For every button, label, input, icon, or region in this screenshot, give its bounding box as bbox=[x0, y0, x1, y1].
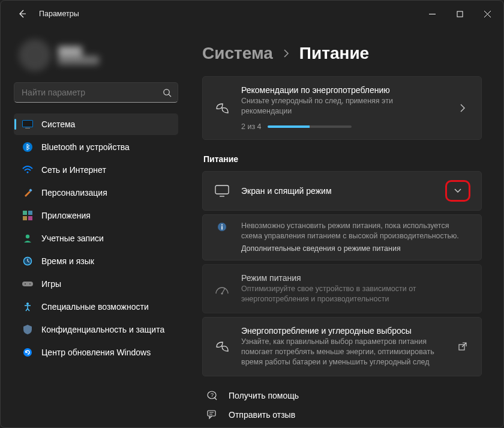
breadcrumb-parent[interactable]: Система bbox=[202, 44, 273, 63]
card-title: Режим питания bbox=[241, 273, 470, 283]
main-content: Система Питание Рекомендации по энергопо… bbox=[187, 27, 503, 427]
titlebar: Параметры bbox=[1, 1, 503, 27]
nav-time-language[interactable]: Время и язык bbox=[14, 250, 178, 272]
svg-rect-13 bbox=[28, 211, 32, 215]
svg-rect-7 bbox=[23, 121, 32, 127]
svg-point-4 bbox=[164, 89, 169, 94]
search-field[interactable] bbox=[22, 88, 163, 97]
update-icon bbox=[22, 347, 33, 358]
svg-point-21 bbox=[25, 283, 26, 285]
svg-text:?: ? bbox=[211, 392, 214, 398]
nav-label: Конфиденциальность и защита bbox=[41, 325, 164, 334]
nav-gaming[interactable]: Игры bbox=[14, 273, 178, 295]
shield-icon bbox=[22, 324, 33, 335]
breadcrumb-current: Питание bbox=[299, 44, 369, 63]
window-buttons bbox=[418, 4, 501, 23]
info-text: Невозможно установить режим питания, пок… bbox=[241, 222, 459, 241]
feedback-icon bbox=[206, 410, 219, 420]
nav-accounts[interactable]: Учетные записи bbox=[14, 228, 178, 249]
nav-label: Приложения bbox=[41, 211, 91, 220]
power-mode-card: Режим питания Оптимизируйте свое устройс… bbox=[202, 264, 482, 313]
svg-rect-1 bbox=[457, 11, 463, 17]
avatar bbox=[19, 39, 51, 71]
maximize-button[interactable] bbox=[446, 4, 473, 23]
svg-rect-8 bbox=[25, 128, 30, 128]
nav-windows-update[interactable]: Центр обновления Windows bbox=[14, 342, 178, 363]
card-desc: Оптимизируйте свое устройство в зависимо… bbox=[241, 284, 470, 304]
svg-rect-20 bbox=[22, 282, 33, 286]
svg-line-5 bbox=[169, 94, 171, 97]
help-icon: ? bbox=[206, 391, 219, 400]
svg-rect-14 bbox=[23, 216, 27, 220]
svg-point-23 bbox=[26, 303, 29, 305]
open-link-icon[interactable] bbox=[455, 342, 470, 351]
card-title: Экран и спящий режим bbox=[241, 186, 434, 196]
nav-label: Учетные записи bbox=[41, 234, 104, 243]
svg-point-16 bbox=[26, 235, 29, 238]
svg-rect-35 bbox=[208, 411, 215, 416]
svg-rect-15 bbox=[28, 216, 32, 220]
svg-point-31 bbox=[221, 293, 223, 295]
nav-privacy[interactable]: Конфиденциальность и защита bbox=[14, 319, 178, 340]
close-button[interactable] bbox=[473, 4, 501, 23]
svg-point-22 bbox=[29, 283, 31, 285]
gauge-icon bbox=[214, 283, 230, 295]
nav-system[interactable]: Система bbox=[14, 113, 178, 135]
wifi-icon bbox=[22, 164, 33, 175]
clock-icon bbox=[22, 256, 33, 267]
bluetooth-icon bbox=[22, 142, 33, 152]
accessibility-icon bbox=[22, 301, 33, 312]
info-icon bbox=[214, 221, 230, 232]
gamepad-icon bbox=[22, 279, 33, 289]
nav-label: Система bbox=[41, 119, 75, 129]
card-desc: Узнайте, как правильный выбор параметров… bbox=[241, 337, 444, 367]
leaf-icon bbox=[214, 340, 230, 353]
nav-label: Сеть и Интернет bbox=[41, 165, 106, 175]
nav-accessibility[interactable]: Специальные возможности bbox=[14, 296, 178, 318]
progress-text: 2 из 4 bbox=[241, 122, 262, 131]
progress-bar bbox=[268, 125, 352, 128]
chevron-down-icon bbox=[454, 188, 462, 194]
chevron-right-icon[interactable] bbox=[455, 104, 470, 112]
breadcrumb: Система Питание bbox=[202, 44, 482, 63]
chevron-right-icon bbox=[283, 49, 290, 58]
window-title: Параметры bbox=[39, 10, 79, 18]
footer-links: ? Получить помощь Отправить отзыв bbox=[202, 387, 482, 423]
svg-point-28 bbox=[221, 224, 223, 225]
apps-icon bbox=[22, 210, 33, 221]
search-icon bbox=[163, 88, 172, 97]
feedback-link[interactable]: Отправить отзыв bbox=[202, 406, 482, 423]
section-power-label: Питание bbox=[203, 154, 482, 164]
expand-button[interactable] bbox=[445, 180, 470, 202]
card-title: Энергопотребление и углеродные выбросы bbox=[241, 326, 444, 336]
energy-recommendations-card[interactable]: Рекомендации по энергопотреблению Снизьт… bbox=[202, 76, 482, 140]
screen-sleep-card[interactable]: Экран и спящий режим bbox=[202, 171, 482, 211]
get-help-link[interactable]: ? Получить помощь bbox=[202, 387, 482, 404]
link-label: Получить помощь bbox=[229, 391, 299, 400]
card-desc: Снизьте углеродный по след, применяя эти… bbox=[241, 96, 444, 116]
user-icon bbox=[22, 233, 33, 244]
brush-icon bbox=[22, 187, 33, 198]
carbon-card[interactable]: Энергопотребление и углеродные выбросы У… bbox=[202, 317, 482, 376]
search-input[interactable] bbox=[14, 82, 178, 103]
nav-list: Система Bluetooth и устройства Сеть и Ин… bbox=[14, 113, 178, 363]
user-profile[interactable]: ████ ████████ bbox=[19, 39, 178, 71]
minimize-button[interactable] bbox=[418, 4, 446, 23]
nav-personalization[interactable]: Персонализация bbox=[14, 182, 178, 203]
nav-label: Персонализация bbox=[41, 188, 107, 197]
system-icon bbox=[22, 119, 33, 130]
link-label: Отправить отзыв bbox=[229, 410, 295, 420]
monitor-icon bbox=[214, 185, 230, 197]
nav-label: Bluetooth и устройства bbox=[41, 142, 130, 152]
leaf-icon bbox=[214, 101, 230, 115]
nav-bluetooth[interactable]: Bluetooth и устройства bbox=[14, 136, 178, 158]
info-link[interactable]: Дополнительные сведения о режиме питания bbox=[241, 244, 470, 255]
nav-apps[interactable]: Приложения bbox=[14, 205, 178, 226]
back-button[interactable] bbox=[13, 4, 32, 23]
card-title: Рекомендации по энергопотреблению bbox=[241, 85, 444, 95]
nav-network[interactable]: Сеть и Интернет bbox=[14, 159, 178, 181]
svg-point-10 bbox=[27, 172, 29, 173]
nav-label: Время и язык bbox=[41, 256, 94, 266]
nav-label: Игры bbox=[41, 279, 61, 289]
svg-rect-12 bbox=[23, 211, 27, 215]
